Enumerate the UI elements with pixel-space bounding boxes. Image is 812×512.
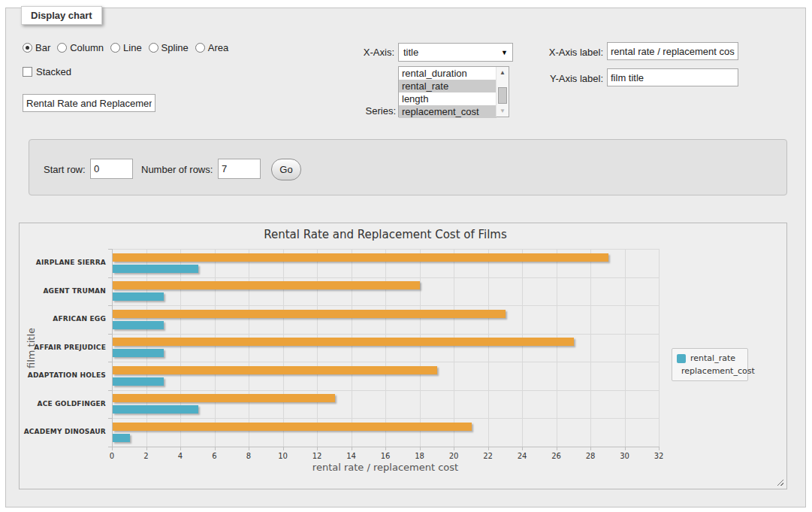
x-tick-label: 10: [272, 452, 294, 460]
chart-type-line[interactable]: Line: [110, 42, 142, 53]
bar-rental_rate[interactable]: [113, 321, 164, 329]
x-tick-label: 22: [477, 452, 500, 460]
y-tick-mark: [108, 334, 112, 335]
bar-rental_rate[interactable]: [113, 377, 164, 386]
radio-icon[interactable]: [57, 43, 67, 53]
chart-type-area[interactable]: Area: [195, 42, 228, 53]
bar-replacement_cost[interactable]: [113, 423, 472, 431]
x-tick-label: 12: [306, 452, 328, 460]
chart-type-label: Line: [123, 42, 142, 53]
x-axis-select[interactable]: title ▼: [398, 43, 513, 62]
category-label: ACE GOLDFINGER: [20, 400, 106, 407]
bar-replacement_cost[interactable]: [113, 394, 335, 402]
chart-type-label: Spline: [161, 42, 189, 53]
x-tick-label: 14: [340, 452, 363, 460]
grid-line-v: [659, 249, 660, 447]
x-tick-label: 8: [237, 452, 260, 460]
series-select[interactable]: rental_durationrental_ratelengthreplacem…: [398, 66, 509, 117]
bar-rental_rate[interactable]: [113, 265, 198, 273]
legend-label: rental_rate: [690, 353, 735, 363]
bar-rental_rate[interactable]: [113, 292, 164, 301]
legend-item-replacement_cost[interactable]: replacement_cost: [677, 366, 743, 376]
chart-type-column[interactable]: Column: [57, 42, 104, 53]
category-label: AGENT TRUMAN: [20, 287, 106, 295]
x-tick-label: 20: [442, 452, 465, 460]
stacked-label: Stacked: [36, 66, 71, 77]
grid-line-v: [180, 249, 181, 447]
grid-line-v: [454, 249, 454, 447]
grid-line-v: [522, 249, 523, 447]
y-tick-mark: [108, 249, 112, 250]
radio-icon[interactable]: [23, 43, 32, 53]
scrollbar-thumb[interactable]: [498, 87, 507, 104]
bar-replacement_cost[interactable]: [113, 281, 420, 289]
x-axis-label-label: X-Axis label:: [526, 47, 603, 58]
x-tick-label: 4: [169, 452, 192, 460]
x-tick-label: 24: [511, 452, 533, 460]
fieldset-legend: Display chart: [21, 6, 102, 25]
chart-type-label: Bar: [35, 42, 50, 53]
series-option-length[interactable]: length: [399, 92, 497, 105]
series-options: rental_durationrental_ratelengthreplacem…: [399, 67, 509, 118]
legend-item-rental_rate[interactable]: rental_rate: [677, 353, 743, 363]
grid-line-v: [283, 249, 284, 447]
x-axis-title: rental rate / replacement cost: [112, 462, 659, 473]
radio-icon[interactable]: [195, 43, 205, 53]
bar-rental_rate[interactable]: [113, 405, 198, 414]
x-axis-selected-value: title: [403, 47, 501, 58]
legend-label: replacement_cost: [681, 366, 755, 376]
chart-type-bar[interactable]: Bar: [23, 42, 50, 53]
category-label: AIRPLANE SIERRA: [20, 259, 106, 266]
legend-marker-icon: [677, 354, 686, 363]
chart-type-label: Column: [70, 42, 104, 53]
x-axis-line: [112, 447, 659, 447]
grid-line-v: [385, 249, 386, 447]
y-axis-line: [112, 249, 113, 447]
bar-rental_rate[interactable]: [113, 434, 130, 442]
number-of-rows-label: Number of rows:: [141, 164, 215, 175]
series-option-rental_rate[interactable]: rental_rate: [399, 80, 497, 92]
grid-line-v: [557, 249, 557, 447]
scroll-down-icon[interactable]: ▼: [497, 105, 509, 117]
category-label: ADAPTATION HOLES: [20, 371, 106, 379]
chart-title-input[interactable]: [23, 94, 155, 112]
grid-line-v: [249, 249, 249, 447]
x-axis-select-label: X-Axis:: [323, 47, 394, 58]
go-button[interactable]: Go: [271, 159, 301, 180]
series-option-rental_duration[interactable]: rental_duration: [399, 67, 497, 80]
y-axis-label-input[interactable]: [607, 68, 738, 86]
y-tick-mark: [108, 447, 112, 447]
bar-replacement_cost[interactable]: [113, 338, 574, 346]
stacked-option[interactable]: Stacked: [23, 66, 71, 77]
dropdown-arrow-icon: ▼: [501, 49, 508, 56]
bar-replacement_cost[interactable]: [113, 310, 506, 318]
radio-icon[interactable]: [149, 43, 158, 53]
x-tick-label: 28: [579, 452, 602, 460]
x-axis-label-input[interactable]: [607, 42, 738, 60]
x-tick-label: 6: [204, 452, 226, 460]
chart-type-spline[interactable]: Spline: [149, 42, 189, 53]
radio-icon[interactable]: [110, 43, 120, 53]
number-of-rows-input[interactable]: [218, 159, 261, 179]
x-tick-label: 26: [545, 452, 568, 460]
checkbox-icon[interactable]: [23, 67, 32, 77]
chart-type-options: BarColumnLineSplineArea: [23, 42, 228, 53]
start-row-input[interactable]: [90, 159, 133, 179]
bar-replacement_cost[interactable]: [113, 253, 608, 262]
series-select-label: Series:: [324, 105, 396, 117]
series-scrollbar[interactable]: ▲ ▼: [496, 67, 509, 117]
x-tick-label: 18: [409, 452, 431, 460]
category-label: AFRICAN EGG: [20, 315, 106, 323]
x-tick-label: 2: [135, 452, 158, 460]
x-tick-label: 0: [101, 452, 123, 460]
bar-rental_rate[interactable]: [113, 349, 164, 357]
y-tick-mark: [108, 418, 112, 419]
grid-line-v: [146, 249, 147, 447]
grid-line-v: [625, 249, 626, 447]
bar-replacement_cost[interactable]: [113, 366, 437, 374]
chart-panel: Rental Rate and Replacement Cost of Film…: [19, 223, 787, 489]
bar-chart: Rental Rate and Replacement Cost of Film…: [20, 223, 786, 489]
series-option-replacement_cost[interactable]: replacement_cost: [399, 105, 497, 118]
scroll-up-icon[interactable]: ▲: [497, 67, 509, 78]
chart-legend: rental_ratereplacement_cost: [672, 348, 748, 381]
